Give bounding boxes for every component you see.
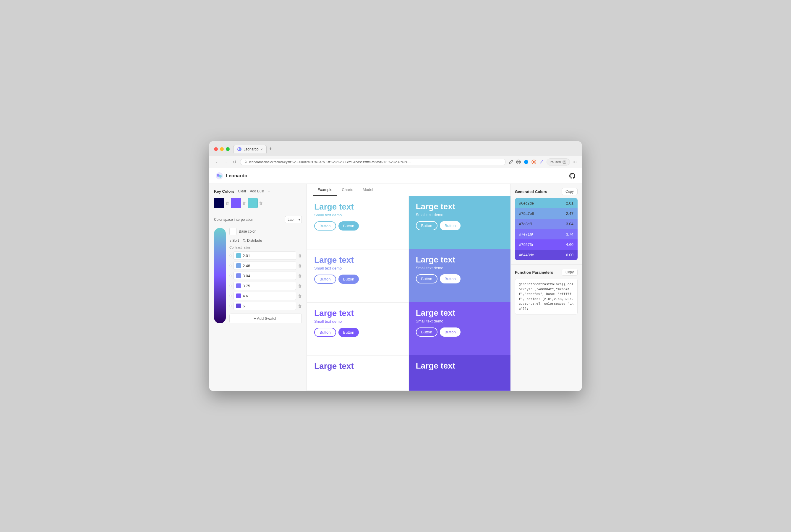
- example-cell-7: Large text: [307, 355, 409, 391]
- github-icon[interactable]: [569, 172, 576, 179]
- ratio-row-1: 2.01 🗑: [229, 251, 302, 260]
- function-params-section: Function Parameters Copy generateContras…: [511, 264, 582, 391]
- color-hex-2: #79a7e8: [519, 211, 534, 216]
- ratio-row-4: 3.75 🗑: [229, 282, 302, 290]
- minimize-button[interactable]: [220, 147, 224, 151]
- demo-btn-3a[interactable]: Button: [314, 274, 336, 284]
- maximize-button[interactable]: [226, 147, 230, 151]
- add-swatch-button[interactable]: + Add Swatch: [229, 314, 302, 323]
- demo-btn-5a[interactable]: Button: [314, 328, 336, 337]
- color-ratio-4: 3.74: [566, 232, 573, 236]
- new-tab-button[interactable]: +: [268, 145, 274, 153]
- gradient-area: Base color ↓ Sort ⇅ Distribute: [214, 228, 302, 323]
- ratio-value-1: 2.01: [243, 253, 250, 258]
- color-hex-4: #7e71f9: [519, 232, 533, 236]
- sort-button[interactable]: ↓ Sort: [229, 239, 239, 243]
- demo-btn-6a[interactable]: Button: [416, 327, 438, 337]
- app-logo: Leonardo: [215, 172, 247, 180]
- demo-btn-6b[interactable]: Button: [440, 327, 460, 337]
- forward-button[interactable]: →: [223, 159, 229, 165]
- tabs-bar: Example Charts Model: [307, 184, 510, 196]
- clear-button[interactable]: Clear: [238, 189, 246, 193]
- avatar-icon: [562, 159, 567, 164]
- ratio-input-3[interactable]: 3.04: [233, 272, 296, 280]
- ratio-input-4[interactable]: 3.75: [233, 282, 296, 290]
- base-color-swatch[interactable]: [229, 228, 237, 235]
- ratio-input-1[interactable]: 2.01: [233, 251, 296, 260]
- generated-colors-section: Generated Colors Copy #6ec2de 2.01 #79a7…: [511, 184, 582, 264]
- record-icon[interactable]: [531, 159, 536, 165]
- swatch-teal[interactable]: [248, 198, 258, 208]
- app-title: Leonardo: [226, 173, 247, 178]
- color-space-label: Color space interpolation: [214, 217, 253, 222]
- ratio-row-5: 4.6 🗑: [229, 292, 302, 300]
- color-space-select[interactable]: Lab LCH HSL RGB: [285, 216, 302, 223]
- svg-point-11: [573, 162, 574, 163]
- tab-charts[interactable]: Charts: [337, 184, 358, 196]
- browser-window: Leonardo ✕ + ← → ↺ leonardocolor.io/?col…: [209, 141, 582, 391]
- small-text-3: Small text demo: [314, 266, 401, 270]
- ratio-value-2: 2.48: [243, 264, 250, 268]
- small-text-5: Small text demo: [314, 319, 401, 324]
- pencil-icon[interactable]: [508, 159, 513, 165]
- refresh-button[interactable]: ↺: [232, 159, 238, 165]
- copy-params-button[interactable]: Copy: [562, 269, 578, 276]
- delete-swatch-3[interactable]: 🗑: [259, 201, 263, 205]
- ratio-input-6[interactable]: 6: [233, 302, 296, 310]
- delete-ratio-5[interactable]: 🗑: [298, 294, 302, 298]
- add-bulk-button[interactable]: Add Bulk: [250, 189, 264, 193]
- copy-colors-button[interactable]: Copy: [562, 188, 578, 195]
- ratio-input-5[interactable]: 4.6: [233, 292, 296, 300]
- demo-btn-2a[interactable]: Button: [416, 221, 438, 230]
- circle-blue-icon[interactable]: [524, 159, 529, 165]
- ratio-value-3: 3.04: [243, 274, 250, 278]
- browser-tab[interactable]: Leonardo ✕: [233, 145, 267, 153]
- tab-bar: Leonardo ✕ +: [233, 145, 273, 153]
- example-cell-5: Large text Small text demo Button Button: [307, 302, 409, 356]
- app-main: Key Colors Clear Add Bulk + 🗑 🗑: [209, 184, 582, 391]
- delete-ratio-2[interactable]: 🗑: [298, 264, 302, 268]
- delete-ratio-4[interactable]: 🗑: [298, 284, 302, 288]
- pen-tool-icon[interactable]: [539, 159, 544, 165]
- delete-ratio-3[interactable]: 🗑: [298, 274, 302, 278]
- demo-btn-5b[interactable]: Button: [338, 328, 359, 337]
- left-panel: Key Colors Clear Add Bulk + 🗑 🗑: [209, 184, 307, 391]
- color-item-1: #6ec2de 2.01: [515, 198, 578, 208]
- btn-row-6: Button Button: [416, 327, 503, 337]
- example-cell-3: Large text Small text demo Button Button: [307, 249, 409, 302]
- demo-btn-2b[interactable]: Button: [440, 221, 460, 230]
- demo-btn-1b[interactable]: Button: [338, 221, 359, 230]
- add-color-button[interactable]: +: [267, 189, 270, 194]
- menu-dots-icon[interactable]: [572, 159, 577, 164]
- back-button[interactable]: ←: [214, 159, 221, 165]
- ratio-input-2[interactable]: 2.48: [233, 262, 296, 270]
- address-bar[interactable]: leonardocolor.io/?colorKeys=%2300004f%2C…: [240, 159, 506, 165]
- demo-btn-4a[interactable]: Button: [416, 274, 438, 283]
- example-cell-1: Large text Small text demo Button Button: [307, 196, 409, 249]
- center-panel: Example Charts Model Large text Small te…: [307, 184, 511, 391]
- tab-model[interactable]: Model: [358, 184, 378, 196]
- demo-btn-4b[interactable]: Button: [440, 274, 460, 283]
- svg-text:W: W: [517, 161, 520, 164]
- color-hex-6: #6448dc: [519, 253, 534, 257]
- swatch-dark-blue[interactable]: [214, 198, 224, 208]
- delete-ratio-1[interactable]: 🗑: [298, 253, 302, 258]
- generated-colors-header: Generated Colors Copy: [515, 188, 578, 195]
- demo-btn-3b[interactable]: Button: [338, 274, 359, 284]
- tab-example[interactable]: Example: [313, 184, 337, 196]
- swatch-purple[interactable]: [231, 198, 241, 208]
- delete-swatch-2[interactable]: 🗑: [242, 201, 246, 205]
- wordpress-icon[interactable]: W: [516, 159, 521, 165]
- btn-row-4: Button Button: [416, 274, 503, 283]
- demo-btn-1a[interactable]: Button: [314, 221, 336, 230]
- distribute-button[interactable]: ⇅ Distribute: [243, 239, 262, 243]
- color-item-4: #7e71f9 3.74: [515, 229, 578, 240]
- delete-swatch-1[interactable]: 🗑: [225, 201, 229, 205]
- ratio-chip-5: [236, 293, 241, 298]
- delete-ratio-6[interactable]: 🗑: [298, 304, 302, 308]
- close-button[interactable]: [214, 147, 218, 151]
- swatch-item-1: 🗑: [214, 198, 229, 208]
- ratio-row-2: 2.48 🗑: [229, 262, 302, 270]
- sort-label: Sort: [232, 239, 239, 243]
- tab-close-icon[interactable]: ✕: [260, 148, 263, 151]
